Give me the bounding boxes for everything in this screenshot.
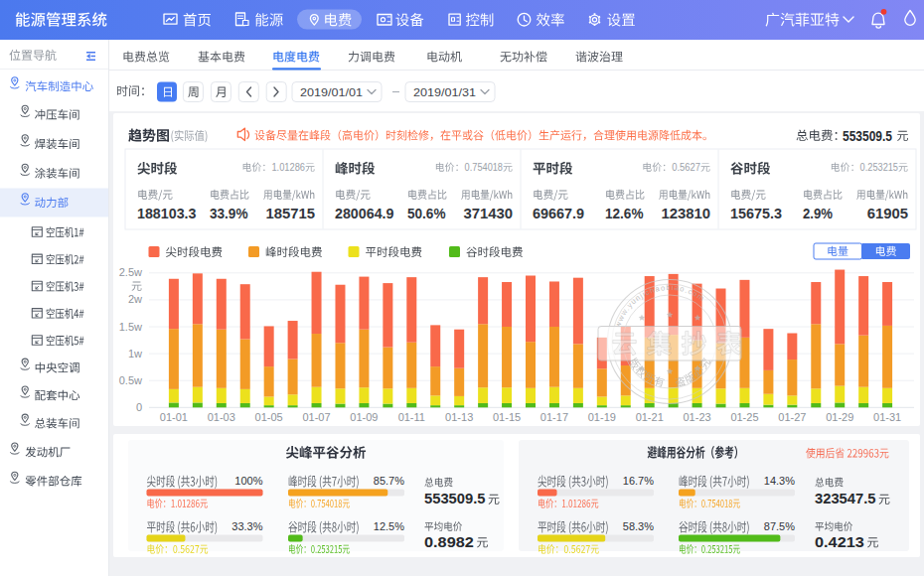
svg-text:2019/01/31: 2019/01/31: [413, 86, 476, 98]
svg-text:0.8982: 0.8982: [424, 533, 474, 550]
svg-text:01-27: 01-27: [778, 411, 806, 423]
svg-text:188103.3: 188103.3: [137, 206, 197, 221]
svg-text:01-31: 01-31: [873, 411, 901, 423]
svg-text:553509.5: 553509.5: [424, 490, 486, 506]
svg-text:123810: 123810: [661, 206, 710, 221]
svg-text:01-05: 01-05: [255, 411, 283, 423]
svg-text:58.3%: 58.3%: [623, 520, 654, 532]
svg-text:0: 0: [136, 401, 142, 413]
svg-text:280064.9: 280064.9: [335, 206, 394, 221]
svg-text:2019/01/01: 2019/01/01: [300, 86, 363, 98]
svg-text:14.3%: 14.3%: [764, 475, 795, 487]
svg-text:01-01: 01-01: [160, 411, 188, 423]
svg-text:1.01286: 1.01286: [271, 162, 305, 173]
svg-text:61905: 61905: [867, 206, 908, 221]
svg-text:15675.3: 15675.3: [730, 206, 782, 221]
svg-text:01-23: 01-23: [684, 411, 711, 423]
svg-text:12.5%: 12.5%: [374, 520, 404, 532]
svg-text:1.5w: 1.5w: [119, 321, 142, 333]
svg-text:323547.5: 323547.5: [815, 490, 876, 506]
svg-text:0.5627: 0.5627: [672, 162, 700, 173]
svg-text:185715: 185715: [265, 206, 315, 221]
svg-text:50.6%: 50.6%: [407, 206, 446, 221]
svg-text:2.5w: 2.5w: [119, 266, 142, 278]
svg-text:01-25: 01-25: [730, 411, 758, 423]
svg-text:2.9%: 2.9%: [803, 206, 833, 221]
svg-text:0.5w: 0.5w: [119, 374, 142, 386]
svg-text:0.253215: 0.253215: [860, 162, 899, 173]
svg-text:12.6%: 12.6%: [605, 206, 644, 221]
svg-text:85.7%: 85.7%: [374, 475, 404, 487]
svg-text:01-11: 01-11: [398, 411, 425, 423]
svg-text:553509.5: 553509.5: [843, 128, 892, 144]
svg-text:100%: 100%: [234, 475, 262, 487]
svg-text:01-09: 01-09: [350, 411, 378, 423]
svg-text:87.5%: 87.5%: [764, 520, 795, 532]
svg-text:0.754018: 0.754018: [465, 162, 504, 173]
svg-text:01-19: 01-19: [588, 411, 616, 423]
svg-text:01-21: 01-21: [636, 411, 664, 423]
svg-text:1w: 1w: [128, 348, 142, 360]
svg-text:01-03: 01-03: [208, 411, 235, 423]
svg-text:2w: 2w: [128, 293, 142, 305]
svg-text:33.9%: 33.9%: [210, 206, 248, 221]
svg-text:371430: 371430: [463, 206, 513, 221]
svg-text:0.4213: 0.4213: [815, 533, 864, 550]
svg-text:01-13: 01-13: [445, 411, 473, 423]
svg-text:33.3%: 33.3%: [231, 520, 262, 532]
svg-text:16.7%: 16.7%: [623, 475, 654, 487]
svg-text:01-07: 01-07: [302, 411, 330, 423]
svg-text:01-15: 01-15: [493, 411, 521, 423]
svg-text:01-29: 01-29: [826, 411, 853, 423]
svg-text:01-17: 01-17: [540, 411, 568, 423]
svg-text:69667.9: 69667.9: [533, 206, 584, 221]
